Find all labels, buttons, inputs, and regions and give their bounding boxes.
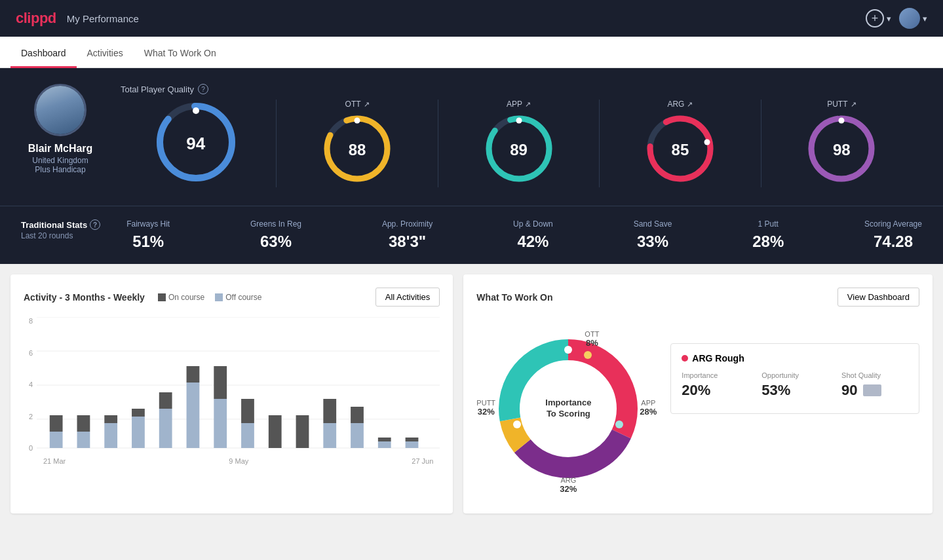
svg-rect-35 [241,399,254,423]
donut-center-text: Importance To Scoring [542,398,594,420]
chart-inner: 21 Mar 9 May 27 Jun [37,317,440,465]
svg-rect-36 [269,415,282,448]
wtwo-content: Importance To Scoring OTT 8% APP 28% ARG… [476,317,919,500]
svg-rect-41 [351,407,364,423]
svg-rect-21 [50,415,63,432]
activity-title: Activity - 3 Months - Weekly [24,292,145,303]
y-label-4: 4 [24,381,33,388]
svg-rect-45 [406,438,419,441]
svg-rect-20 [50,432,63,448]
svg-rect-23 [77,415,90,432]
detail-metrics: Importance 20% Opportunity 53% Shot Qual… [682,371,908,399]
putt-label-pct: 32% [476,407,495,417]
gauge-putt-circle: 98 [805,113,877,187]
tab-what-to-work-on[interactable]: What To Work On [134,48,227,68]
gauge-app-label: APP ↗ [507,100,531,109]
app-arrow-icon: ↗ [525,100,531,109]
legend-on-course: On course [158,293,204,302]
detail-metric-opportunity: Opportunity 53% [761,371,828,399]
quality-title: Total Player Quality [121,84,194,94]
donut-label-app: APP 28% [640,399,657,417]
donut-center-line1: Importance [542,398,594,409]
y-axis: 8 6 4 2 0 [24,317,37,455]
svg-rect-31 [187,366,200,383]
ott-label-pct: 8% [585,338,599,348]
user-chevron: ▾ [923,14,927,24]
svg-rect-34 [241,423,254,448]
bottom-row: Activity - 3 Months - Weekly On course O… [0,264,943,524]
all-activities-button[interactable]: All Activities [375,288,440,307]
svg-rect-37 [296,415,309,448]
stats-title: Traditional Stats ? [21,219,100,230]
gauge-arg-circle: 85 [644,113,716,187]
svg-rect-22 [77,432,90,448]
svg-point-2 [193,107,199,114]
x-label-march: 21 Mar [43,457,66,465]
app-header: clippd My Performance + ▾ ▾ [0,0,943,37]
gauge-total-circle: 94 [153,100,239,187]
stats-help-icon[interactable]: ? [90,219,100,230]
stat-greens: Greens In Reg 63% [250,219,301,251]
svg-point-50 [564,346,572,354]
gauge-arg: ARG ↗ 85 [600,100,761,187]
quality-gauges: 94 OTT ↗ 88 [121,100,922,187]
tabs-nav: Dashboard Activities What To Work On [0,37,943,68]
quality-help-icon[interactable]: ? [198,84,208,94]
legend-off-course-box [215,293,223,301]
y-label-6: 6 [24,349,33,357]
svg-rect-32 [214,399,227,448]
app-label-text: APP [640,399,657,407]
wtwo-title: What To Work On [476,292,552,303]
ott-label-text: OTT [585,330,599,338]
user-menu-button[interactable]: ▾ [899,8,927,29]
header-right: + ▾ ▾ [866,8,927,29]
header-left: clippd My Performance [16,10,139,27]
detail-card-title: ARG Rough [682,353,908,364]
shot-quality-row: 90 [841,382,908,399]
player-name: Blair McHarg [28,143,93,155]
gauge-putt-label: PUTT ↗ [827,100,856,109]
tab-dashboard[interactable]: Dashboard [10,48,77,68]
stat-sand-save: Sand Save 33% [634,219,672,251]
svg-rect-28 [159,409,172,448]
arg-arrow-icon: ↗ [687,100,693,109]
donut-label-putt: PUTT 32% [476,399,495,417]
svg-rect-39 [323,399,336,423]
bar-chart-svg [37,317,440,455]
gauge-ott-circle: 88 [321,113,393,187]
view-dashboard-button[interactable]: View Dashboard [837,288,919,307]
stats-row: Traditional Stats ? Last 20 rounds Fairw… [0,206,943,264]
user-avatar [899,8,920,29]
y-label-0: 0 [24,444,33,452]
svg-rect-42 [378,441,391,448]
donut-center-line2: To Scoring [542,409,594,420]
wtwo-panel: What To Work On View Dashboard [463,274,933,513]
stat-scoring: Scoring Average 74.28 [864,219,922,251]
avatar-image [899,8,920,29]
stat-up-down: Up & Down 42% [513,219,553,251]
svg-point-53 [584,351,592,359]
y-label-8: 8 [24,317,33,325]
gauge-arg-label: ARG ↗ [667,100,693,109]
ott-arrow-icon: ↗ [364,100,370,109]
putt-arrow-icon: ↗ [851,100,856,109]
chart-container: 8 6 4 2 0 [24,317,440,465]
player-avatar-image [36,86,85,134]
tab-activities[interactable]: Activities [77,48,134,68]
svg-point-14 [839,118,845,124]
stats-label-section: Traditional Stats ? Last 20 rounds [21,219,100,240]
app-label-pct: 28% [640,407,657,417]
x-label-may: 9 May [229,457,248,465]
detail-red-dot [682,355,688,362]
svg-rect-25 [104,415,117,423]
donut-chart-area: Importance To Scoring OTT 8% APP 28% ARG… [476,317,660,500]
gauge-app-circle: 89 [483,113,555,187]
stat-one-putt: 1 Putt 28% [752,219,784,251]
detail-metric-shot-quality: Shot Quality 90 [841,371,908,399]
arg-label-text: ARG [560,476,577,484]
svg-rect-29 [159,392,172,409]
shot-quality-swatch [863,384,881,396]
detail-metric-importance: Importance 20% [682,371,748,399]
gauge-ott-label: OTT ↗ [345,100,370,109]
add-button[interactable]: + ▾ [866,9,891,28]
